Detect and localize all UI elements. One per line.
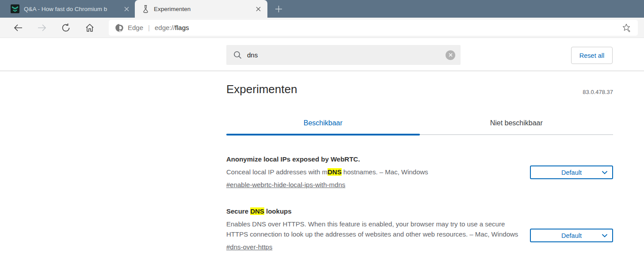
forward-arrow-icon (37, 23, 47, 33)
browser-toolbar: Edge | edge://flags (0, 18, 644, 38)
refresh-icon (61, 23, 71, 33)
flag-description: Enables DNS over HTTPS. When this featur… (226, 219, 522, 239)
search-icon (233, 51, 242, 59)
address-separator: | (148, 24, 150, 31)
qa-favicon-icon (11, 4, 19, 13)
selected-option-label: Default (561, 232, 582, 239)
refresh-button[interactable] (58, 20, 73, 35)
close-tab-icon[interactable] (253, 4, 263, 14)
flag-row-secure-dns: Secure DNS lookups Enables DNS over HTTP… (226, 207, 613, 251)
favorites-star-icon (622, 23, 632, 33)
browser-version: 83.0.478.37 (583, 89, 613, 95)
flag-description: Conceal local IP addresses with mDNS hos… (226, 167, 522, 177)
plus-icon (275, 5, 282, 13)
flag-text: Anonymize local IPs exposed by WebRTC. C… (226, 155, 522, 189)
add-favorite-button[interactable] (622, 23, 632, 33)
flag-row-anonymize-ips: Anonymize local IPs exposed by WebRTC. C… (226, 155, 613, 189)
tab-title: Experimenten (154, 6, 253, 12)
section-tabs: Beschikbaar Niet beschikbaar (226, 111, 613, 135)
flag-permalink[interactable]: #enable-webrtc-hide-local-ips-with-mdns (226, 181, 345, 188)
browser-tab-experiments[interactable]: Experimenten (135, 0, 267, 18)
browser-tab-bar: Q&A - How fast do Chromium b Experimente… (0, 0, 644, 18)
tab-available[interactable]: Beschikbaar (226, 111, 420, 135)
close-tab-icon[interactable] (122, 4, 131, 14)
flags-list: Anonymize local IPs exposed by WebRTC. C… (226, 155, 613, 251)
chevron-down-icon (602, 233, 608, 239)
back-button[interactable] (11, 20, 26, 35)
address-url-scheme: edge:// (155, 24, 175, 31)
browser-tab-qa[interactable]: Q&A - How fast do Chromium b (4, 0, 135, 18)
flag-text: Secure DNS lookups Enables DNS over HTTP… (226, 207, 522, 251)
home-icon (85, 23, 95, 33)
forward-button[interactable] (34, 20, 50, 35)
flags-page-content: Experimenten 83.0.478.37 Beschikbaar Nie… (226, 71, 613, 251)
flags-search-row: Reset all (0, 38, 644, 71)
address-bar[interactable]: Edge | edge://flags (109, 20, 638, 36)
flag-title: Anonymize local IPs exposed by WebRTC. (226, 155, 522, 163)
close-icon (449, 53, 453, 57)
edge-logo-icon (115, 23, 124, 32)
page-title: Experimenten (226, 83, 613, 96)
flags-search-box[interactable] (226, 45, 461, 65)
reset-all-button[interactable]: Reset all (571, 47, 613, 64)
search-input[interactable] (247, 51, 446, 59)
chevron-down-icon (602, 169, 608, 176)
home-button[interactable] (82, 20, 97, 35)
flag-value-select[interactable]: Default (530, 165, 613, 179)
back-arrow-icon (13, 23, 23, 33)
address-url-path: flags (175, 24, 189, 31)
flag-permalink[interactable]: #dns-over-https (226, 243, 272, 251)
tab-unavailable[interactable]: Niet beschikbaar (420, 111, 614, 135)
tabs-active-indicator (226, 134, 420, 135)
tab-title: Q&A - How fast do Chromium b (24, 6, 122, 12)
address-site-label: Edge (128, 24, 143, 31)
selected-option-label: Default (561, 169, 582, 176)
title-row: Experimenten 83.0.478.37 (226, 83, 613, 102)
new-tab-button[interactable] (271, 1, 286, 16)
flag-title: Secure DNS lookups (226, 207, 522, 215)
clear-search-button[interactable] (446, 50, 455, 60)
flag-value-select[interactable]: Default (530, 229, 613, 242)
flask-icon (142, 5, 149, 13)
